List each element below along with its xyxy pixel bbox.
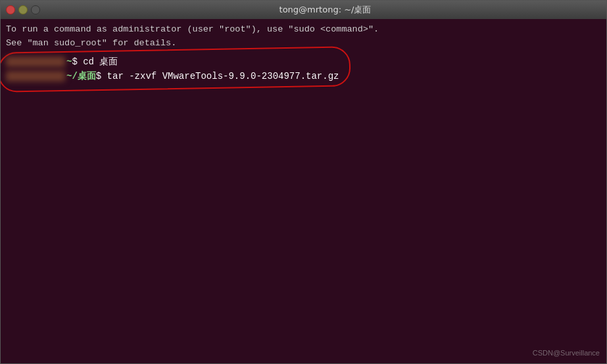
command-block: ~$ cd 桌面 ~/桌面$ tar -zxvf VMwareTools-9.9… [6, 55, 339, 84]
username-blurred [6, 57, 65, 67]
username-blurred-2 [6, 71, 65, 81]
window-controls [6, 5, 40, 14]
terminal-window: tong@mrtong: ~/桌面 To run a command as ad… [0, 0, 607, 364]
window-title: tong@mrtong: ~/桌面 [49, 4, 601, 16]
cmd-line-1: ~$ cd 桌面 [6, 55, 339, 69]
cmd2-text: $ tar -zxvf VMwareTools-9.9.0-2304977.ta… [96, 69, 339, 83]
terminal-body[interactable]: To run a command as administrator (user … [1, 19, 606, 363]
prompt-1: ~ [66, 55, 72, 69]
watermark: CSDN@Surveillance [533, 348, 600, 359]
prompt-2: ~/桌面 [66, 69, 96, 83]
info-line-1: To run a command as administrator (user … [6, 23, 601, 37]
close-button[interactable] [6, 5, 15, 14]
titlebar: tong@mrtong: ~/桌面 [1, 1, 606, 19]
maximize-button[interactable] [31, 5, 40, 14]
cmd-line-2: ~/桌面$ tar -zxvf VMwareTools-9.9.0-230497… [6, 69, 339, 83]
cmd1-text: $ cd 桌面 [72, 55, 118, 69]
info-line-2: See "man sudo_root" for details. [6, 37, 601, 51]
minimize-button[interactable] [18, 5, 28, 14]
